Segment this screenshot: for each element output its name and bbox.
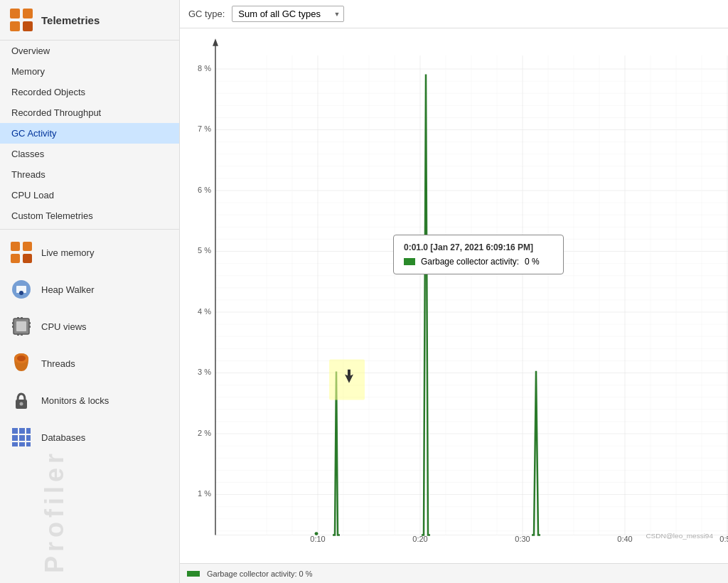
svg-text:CSDN@leo_messi94: CSDN@leo_messi94 (646, 532, 713, 540)
svg-point-10 (19, 291, 23, 295)
svg-rect-14 (12, 326, 14, 328)
svg-text:3 %: 3 % (198, 368, 211, 377)
lock-icon (9, 387, 34, 413)
cpu-views-icon (9, 314, 34, 339)
svg-rect-4 (11, 242, 20, 251)
sidebar-item-label: Classes (11, 149, 44, 159)
heap-walker-icon (9, 277, 34, 302)
svg-rect-0 (10, 9, 20, 18)
svg-rect-26 (12, 428, 18, 434)
section-item-threads[interactable]: Threads (0, 345, 179, 382)
sidebar-item-label: Threads (11, 169, 46, 180)
section-item-live-memory[interactable]: Live memory (0, 234, 179, 271)
svg-text:6 %: 6 % (198, 186, 211, 194)
gc-type-label: GC type: (188, 9, 225, 19)
section-item-label: Monitors & locks (41, 395, 109, 406)
svg-text:5 %: 5 % (198, 247, 211, 255)
gc-type-select-wrapper[interactable]: Sum of all GC types Young Generation GC … (232, 6, 344, 22)
svg-rect-15 (29, 322, 31, 324)
sidebar-item-label: CPU Load (11, 190, 54, 200)
svg-rect-13 (12, 322, 14, 324)
legend-color-indicator (187, 571, 200, 577)
svg-rect-36 (180, 28, 215, 542)
legend-label: Garbage collector activity: 0 % (207, 569, 313, 578)
gc-type-select[interactable]: Sum of all GC types Young Generation GC … (232, 6, 344, 22)
section-item-heap-walker[interactable]: Heap Walker (0, 271, 179, 308)
svg-text:0:10: 0:10 (310, 535, 325, 542)
svg-rect-7 (23, 254, 32, 263)
svg-text:4 %: 4 % (198, 307, 211, 316)
sidebar-item-gc-activity[interactable]: GC Activity (0, 123, 179, 144)
sidebar-item-recorded-objects[interactable]: Recorded Objects (0, 82, 179, 102)
sidebar-item-label: Recorded Throughput (11, 107, 101, 118)
databases-icon (9, 424, 34, 450)
svg-text:1 %: 1 % (198, 490, 211, 498)
svg-rect-112 (329, 360, 365, 400)
svg-text:0:40: 0:40 (617, 535, 632, 542)
section-group: Live memory Heap Walker (0, 229, 179, 456)
section-item-label: Live memory (41, 247, 94, 258)
app-title: Telemetries (41, 14, 100, 26)
sidebar-item-label: Memory (11, 66, 45, 77)
svg-rect-16 (29, 326, 31, 328)
svg-rect-1 (23, 9, 33, 18)
svg-rect-31 (26, 435, 31, 441)
sidebar-header: Telemetries (0, 0, 179, 41)
svg-rect-17 (17, 317, 19, 319)
sidebar-item-recorded-throughput[interactable]: Recorded Throughput (0, 102, 179, 123)
section-item-label: Databases (41, 432, 85, 443)
svg-rect-12 (16, 321, 26, 331)
sidebar-navigation: Overview Memory Recorded Objects Recorde… (0, 41, 179, 583)
section-item-monitors-locks[interactable]: Monitors & locks (0, 382, 179, 419)
sidebar-item-memory[interactable]: Memory (0, 61, 179, 82)
section-item-label: CPU views (41, 321, 87, 332)
svg-rect-27 (19, 428, 25, 434)
section-item-databases[interactable]: Databases (0, 419, 179, 456)
sidebar-item-threads[interactable]: Threads (0, 164, 179, 185)
gc-type-bar: GC type: Sum of all GC types Young Gener… (180, 0, 728, 28)
svg-point-111 (315, 532, 318, 535)
svg-rect-33 (19, 442, 25, 446)
section-item-label: Threads (41, 358, 75, 369)
svg-rect-34 (26, 442, 31, 446)
svg-text:0:30: 0:30 (515, 535, 530, 542)
section-item-label: Heap Walker (41, 284, 95, 295)
svg-rect-30 (19, 435, 25, 441)
svg-text:7 %: 7 % (198, 125, 211, 134)
svg-rect-6 (11, 254, 20, 263)
svg-rect-28 (26, 428, 31, 434)
sidebar-item-classes[interactable]: Classes (0, 144, 179, 164)
main-content: GC type: Sum of all GC types Young Gener… (180, 0, 728, 583)
sidebar-item-cpu-load[interactable]: CPU Load (0, 185, 179, 205)
svg-rect-19 (17, 334, 19, 336)
svg-rect-29 (12, 435, 18, 441)
section-item-cpu-views[interactable]: CPU views (0, 308, 179, 345)
chart-container: 8 % 7 % 6 % 5 % 4 % 3 % 2 % 1 % 0:10 0:2… (180, 28, 728, 563)
app-icon (9, 7, 34, 33)
sidebar-item-label: Custom Telemetries (11, 210, 93, 221)
svg-rect-20 (21, 334, 23, 336)
sidebar-item-label: Overview (11, 46, 50, 56)
sidebar-item-label: GC Activity (11, 128, 57, 139)
gc-activity-chart[interactable]: 8 % 7 % 6 % 5 % 4 % 3 % 2 % 1 % 0:10 0:2… (180, 28, 728, 542)
svg-text:2 %: 2 % (198, 429, 211, 437)
svg-point-25 (20, 402, 23, 406)
svg-rect-32 (12, 442, 18, 446)
threads-icon (9, 351, 34, 376)
svg-rect-2 (10, 21, 20, 31)
sidebar-item-custom-telemetries[interactable]: Custom Telemetries (0, 205, 179, 226)
live-memory-icon (9, 240, 34, 265)
svg-rect-5 (23, 242, 32, 251)
svg-text:0:50: 0:50 (719, 535, 728, 542)
svg-point-23 (17, 355, 26, 361)
sidebar-item-label: Recorded Objects (11, 87, 85, 97)
svg-text:0:20: 0:20 (412, 535, 427, 542)
svg-rect-3 (23, 21, 33, 31)
svg-text:8 %: 8 % (198, 64, 211, 73)
sidebar-item-overview[interactable]: Overview (0, 41, 179, 61)
legend-bar: Garbage collector activity: 0 % (180, 563, 728, 583)
sidebar: Telemetries Overview Memory Recorded Obj… (0, 0, 180, 583)
svg-rect-18 (21, 317, 23, 319)
chart-inner: 8 % 7 % 6 % 5 % 4 % 3 % 2 % 1 % 0:10 0:2… (180, 28, 728, 542)
